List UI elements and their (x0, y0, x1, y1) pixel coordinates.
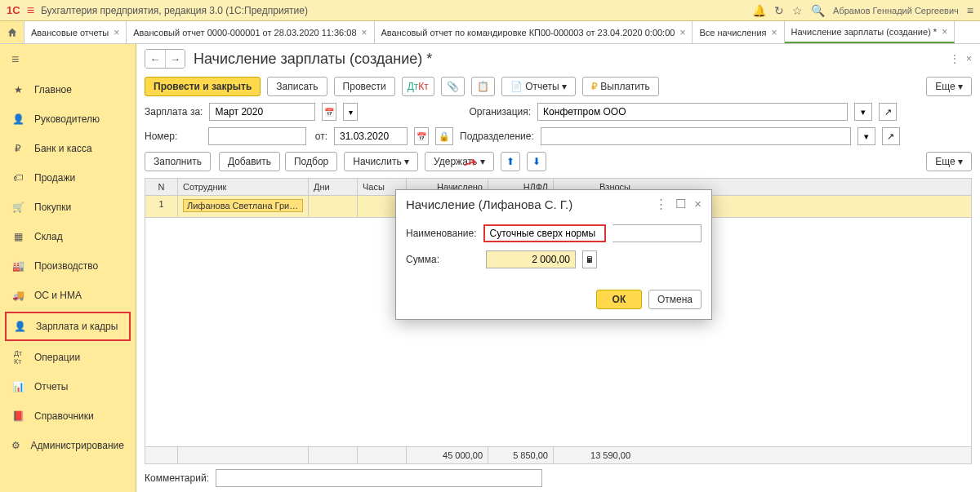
org-label: Организация: (469, 106, 531, 117)
sidebar-item-os[interactable]: 🚚ОС и НМА (0, 281, 136, 310)
sidebar-item-label: Банк и касса (34, 143, 92, 154)
star-icon: ★ (11, 83, 24, 96)
close-icon[interactable]: × (772, 27, 777, 38)
forward-button[interactable]: → (165, 50, 185, 68)
period-dropdown-icon[interactable]: ▾ (343, 103, 358, 121)
close-icon[interactable]: × (966, 53, 972, 64)
dtkt-button[interactable]: ДтКт (402, 77, 434, 96)
top-bar: 1C ≡ Бухгалтерия предприятия, редакция 3… (0, 0, 980, 21)
sidebar-item-otchety[interactable]: 📊Отчеты (0, 372, 136, 401)
close-icon[interactable]: × (679, 27, 685, 38)
sum-input[interactable] (486, 250, 576, 268)
more-icon[interactable]: ⋮ (950, 53, 960, 64)
write-button[interactable]: Записать (267, 77, 327, 96)
total-vzn: 13 590,00 (554, 447, 635, 463)
dialog-max-icon[interactable]: ☐ (675, 197, 686, 211)
tab-3[interactable]: Все начисления× (693, 21, 784, 43)
number-input[interactable] (208, 127, 306, 145)
home-tab[interactable] (0, 21, 24, 43)
run-close-button[interactable]: Провести и закрыть (145, 77, 261, 96)
pick-button[interactable]: Подбор (285, 152, 337, 171)
warehouse-icon: ▦ (11, 230, 24, 243)
comment-row: Комментарий: (136, 464, 980, 492)
date-input[interactable] (334, 127, 408, 145)
table-toolbar: Заполнить Добавить Подбор Начислить ▾ Уд… (136, 148, 980, 175)
ok-button[interactable]: ОК (596, 290, 642, 309)
sidebar-item-spravochniki[interactable]: 📕Справочники (0, 401, 136, 431)
fill-button[interactable]: Заполнить (145, 152, 211, 171)
calculator-icon[interactable]: 🖩 (582, 250, 597, 268)
gear-icon: ⚙ (11, 439, 21, 452)
bell-icon[interactable]: 🔔 (752, 4, 766, 17)
comment-input[interactable] (216, 469, 542, 487)
search-icon[interactable]: 🔍 (811, 4, 825, 17)
hamburger-icon[interactable]: ≡ (27, 3, 34, 18)
reports-button[interactable]: 📄 Отчеты ▾ (501, 77, 576, 96)
tab-0[interactable]: Авансовые отчеты× (24, 21, 127, 43)
sidebar-item-rukovoditel[interactable]: 👤Руководителю (0, 104, 136, 134)
col-days[interactable]: Дни (309, 179, 358, 195)
sidebar-item-sklad[interactable]: ▦Склад (0, 222, 136, 251)
sidebar-item-prodazhi[interactable]: 🏷Продажи (0, 163, 136, 193)
tab-1[interactable]: Авансовый отчет 0000-000001 от 28.03.202… (127, 21, 374, 43)
sidebar-item-admin[interactable]: ⚙Администрирование (0, 431, 136, 460)
dept-input[interactable] (541, 127, 851, 145)
more-button[interactable]: Еще ▾ (926, 77, 972, 96)
sidebar-item-label: Производство (34, 260, 98, 272)
tab-4[interactable]: Начисление зарплаты (создание) *× (785, 21, 956, 43)
sidebar-item-label: Зарплата и кадры (36, 321, 118, 332)
tab-2[interactable]: Авансовый отчет по командировке КП00-000… (375, 21, 693, 43)
name-input[interactable] (483, 224, 606, 242)
star-icon[interactable]: ☆ (792, 4, 803, 17)
title-row: ← → Начисление зарплаты (создание) * ⋮ × (136, 44, 980, 73)
add-button[interactable]: Добавить (219, 152, 280, 171)
form-row-2: Номер: от: 📅 🔒 Подразделение: ▾ ↗ (136, 124, 980, 148)
move-down-button[interactable]: ⬇ (527, 152, 546, 171)
move-up-button[interactable]: ⬆ (501, 152, 520, 171)
period-input[interactable] (209, 103, 315, 121)
template-button[interactable]: 📋 (471, 77, 495, 96)
close-icon[interactable]: × (942, 26, 947, 38)
sum-label: Сумма: (406, 254, 479, 265)
dialog-more-icon[interactable]: ⋮ (655, 197, 667, 211)
name-input-ext[interactable] (612, 224, 702, 242)
dept-open-icon[interactable]: ↗ (882, 127, 900, 145)
org-dropdown-icon[interactable]: ▾ (854, 103, 872, 121)
lock-icon[interactable]: 🔒 (435, 127, 453, 145)
close-icon[interactable]: × (362, 27, 368, 38)
dept-dropdown-icon[interactable]: ▾ (858, 127, 875, 145)
sidebar-item-bank[interactable]: ₽Банк и касса (0, 134, 136, 163)
user-name[interactable]: Абрамов Геннадий Сергеевич (833, 6, 959, 16)
table-more-button[interactable]: Еще ▾ (926, 152, 972, 171)
dialog-close-icon[interactable]: × (694, 197, 702, 211)
logo-1c: 1C (7, 4, 20, 16)
sidebar-item-label: Руководителю (34, 113, 100, 125)
sidebar-item-zarplata[interactable]: 👤Зарплата и кадры (5, 312, 131, 341)
history-icon[interactable]: ↻ (774, 4, 784, 17)
sidebar-item-glavnoe[interactable]: ★Главное (0, 75, 136, 104)
period-label: Зарплата за: (145, 106, 203, 117)
col-n[interactable]: N (145, 179, 178, 195)
close-icon[interactable]: × (114, 27, 119, 38)
sidebar-item-operacii[interactable]: ДтКтОперации (0, 343, 136, 372)
accrue-button[interactable]: Начислить ▾ (344, 152, 418, 171)
calendar-icon[interactable]: 📅 (322, 103, 336, 121)
back-button[interactable]: ← (145, 50, 165, 68)
pay-button[interactable]: ₽ Выплатить (582, 77, 659, 96)
cancel-button[interactable]: Отмена (648, 290, 702, 309)
run-button[interactable]: Провести (334, 77, 395, 96)
chart-icon: 📊 (11, 380, 24, 393)
form-row-1: Зарплата за: 📅 ▾ Организация: ▾ ↗ (136, 100, 980, 124)
sidebar-item-proizvodstvo[interactable]: 🏭Производство (0, 251, 136, 281)
withhold-button[interactable]: Удержать ▾ (425, 152, 494, 171)
attach-button[interactable]: 📎 (441, 77, 465, 96)
cart-icon: 🛒 (11, 201, 24, 214)
cell-emp[interactable]: Лифанова Светлана Григ... (178, 196, 309, 217)
sidebar-item-pokupki[interactable]: 🛒Покупки (0, 193, 136, 222)
calendar-icon[interactable]: 📅 (414, 127, 429, 145)
org-open-icon[interactable]: ↗ (879, 103, 897, 121)
col-emp[interactable]: Сотрудник (178, 179, 309, 195)
sidebar-toggle[interactable]: ≡ (0, 44, 136, 75)
org-input[interactable] (537, 103, 848, 121)
menu-icon[interactable]: ≡ (967, 4, 973, 17)
